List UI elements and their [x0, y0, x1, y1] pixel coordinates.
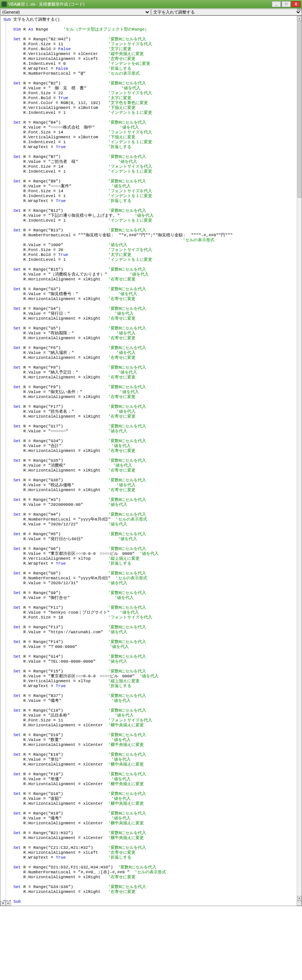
- scroll-up-arrow[interactable]: ▴: [297, 16, 302, 21]
- object-dropdown[interactable]: (General): [0, 9, 151, 16]
- procedure-view-button[interactable]: ≡: [0, 901, 6, 906]
- vba-icon: [2, 2, 7, 7]
- window-title: VBA練習１.xls - 見積書雛形作成 (コード): [8, 2, 271, 7]
- maximize-button[interactable]: □: [281, 1, 291, 7]
- code-pane[interactable]: Sub 文字を入れて調整する() Dim R As Range 'セル（データ型…: [0, 16, 302, 906]
- object-proc-selectors: (General) 文字を入れて調整する: [0, 8, 302, 16]
- scroll-down-arrow[interactable]: ▾: [297, 896, 302, 901]
- close-button[interactable]: X: [291, 1, 300, 7]
- full-module-view-button[interactable]: ▭: [6, 901, 11, 906]
- minimize-button[interactable]: _: [272, 1, 281, 7]
- title-bar: VBA練習１.xls - 見積書雛形作成 (コード) _ □ X: [0, 0, 302, 8]
- scroll-thumb[interactable]: [297, 21, 301, 198]
- split-handle[interactable]: [297, 8, 302, 11]
- resize-corner[interactable]: [297, 901, 302, 906]
- procedure-dropdown[interactable]: 文字を入れて調整する: [151, 9, 302, 16]
- vertical-scrollbar[interactable]: ▴ ▾: [297, 16, 302, 901]
